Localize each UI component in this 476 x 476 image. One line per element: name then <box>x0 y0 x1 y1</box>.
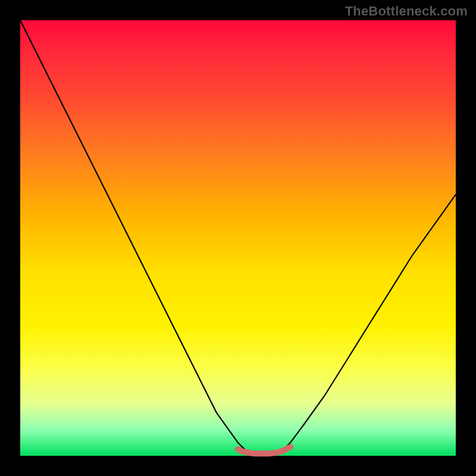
plot-area <box>20 20 456 456</box>
watermark-text: TheBottleneck.com <box>345 4 468 19</box>
bottleneck-curve <box>20 20 456 453</box>
curve-svg <box>20 20 456 456</box>
chart-container: TheBottleneck.com <box>0 0 476 476</box>
valley-marker <box>238 447 290 453</box>
